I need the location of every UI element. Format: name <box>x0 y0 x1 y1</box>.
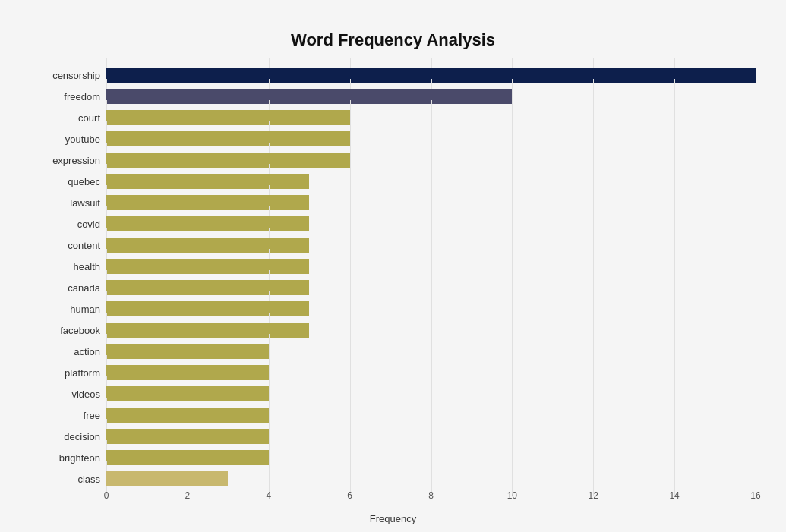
chart-title: Word Frequency Analysis <box>30 30 756 50</box>
bar-label: censorship <box>30 70 106 81</box>
x-axis: 0246810121416 <box>106 490 756 508</box>
x-tick: 2 <box>185 490 191 501</box>
bar-row: human <box>30 299 756 319</box>
bar-label: facebook <box>30 325 106 336</box>
bar-wrapper <box>106 174 756 189</box>
bar <box>106 153 350 168</box>
bar-row: court <box>30 108 756 127</box>
bar-wrapper <box>106 471 756 486</box>
bar-wrapper <box>106 429 756 444</box>
bar-wrapper <box>106 238 756 253</box>
bar <box>106 280 309 295</box>
bar-row: brighteon <box>30 448 756 467</box>
bar-row: freedom <box>30 87 756 106</box>
bar-row: decision <box>30 427 756 446</box>
bar-label: youtube <box>30 134 106 145</box>
bar-wrapper <box>106 195 756 210</box>
x-tick: 12 <box>589 490 598 501</box>
x-tick: 6 <box>347 490 352 501</box>
bar-label: human <box>30 304 106 315</box>
bar-row: covid <box>30 214 756 234</box>
chart-area: censorshipfreedomcourtyoutubeexpressionq… <box>30 65 756 524</box>
bar <box>106 450 269 465</box>
bar <box>106 408 269 423</box>
chart-container: Word Frequency Analysis censorshipfreedo… <box>15 15 771 532</box>
bar-wrapper <box>106 131 756 146</box>
bar-wrapper <box>106 216 756 231</box>
bar-label: health <box>30 261 106 272</box>
bar-row: platform <box>30 363 756 382</box>
bar <box>106 259 309 274</box>
bar-row: content <box>30 235 756 255</box>
bar <box>106 174 309 189</box>
bar-wrapper <box>106 280 756 295</box>
bar-row: canada <box>30 278 756 297</box>
bar <box>106 110 350 125</box>
bar-label: platform <box>30 367 106 379</box>
bar-label: decision <box>30 431 106 442</box>
x-tick: 14 <box>669 490 679 501</box>
bar-label: covid <box>30 219 106 230</box>
x-tick: 8 <box>428 490 434 501</box>
bars-section: censorshipfreedomcourtyoutubeexpressionq… <box>30 65 756 490</box>
bar-wrapper <box>106 153 756 168</box>
bar <box>106 301 309 316</box>
bar <box>106 386 269 401</box>
bar <box>106 89 512 104</box>
bar-wrapper <box>106 68 756 83</box>
bar-label: lawsuit <box>30 197 106 209</box>
x-tick: 4 <box>266 490 271 501</box>
bar <box>106 131 350 146</box>
bar <box>106 365 269 380</box>
bar <box>106 344 269 359</box>
bar-row: videos <box>30 384 756 404</box>
bar-label: court <box>30 112 106 124</box>
bar-row: health <box>30 257 756 276</box>
bar <box>106 68 756 83</box>
x-tick: 16 <box>750 490 760 501</box>
bar-row: action <box>30 342 756 361</box>
bar-label: quebec <box>30 176 106 187</box>
bar-wrapper <box>106 408 756 423</box>
bar-wrapper <box>106 110 756 125</box>
bar-row: censorship <box>30 65 756 85</box>
bar-row: youtube <box>30 129 756 149</box>
bar-label: content <box>30 240 106 251</box>
bar-row: free <box>30 405 756 425</box>
bar <box>106 429 269 444</box>
bar-row: expression <box>30 150 756 170</box>
bar-label: videos <box>30 389 106 400</box>
bar <box>106 323 309 338</box>
x-tick: 0 <box>104 490 109 501</box>
bar-wrapper <box>106 301 756 316</box>
bar-wrapper <box>106 450 756 465</box>
bar-row: facebook <box>30 320 756 340</box>
bar-wrapper <box>106 323 756 338</box>
bar-wrapper <box>106 259 756 274</box>
bar-row: quebec <box>30 172 756 191</box>
bar-label: brighteon <box>30 452 106 464</box>
bar <box>106 238 309 253</box>
bar-label: expression <box>30 155 106 166</box>
bar <box>106 195 309 210</box>
bar-wrapper <box>106 386 756 401</box>
bar-label: freedom <box>30 91 106 102</box>
bar-row: lawsuit <box>30 193 756 212</box>
bar-label: free <box>30 410 106 421</box>
x-axis-label: Frequency <box>30 513 756 524</box>
x-tick: 10 <box>507 490 517 501</box>
bar <box>106 216 309 231</box>
bar-wrapper <box>106 344 756 359</box>
bar-label: canada <box>30 282 106 294</box>
bar-wrapper <box>106 89 756 104</box>
bar <box>106 471 228 486</box>
bar-label: action <box>30 346 106 357</box>
bar-row: class <box>30 469 756 489</box>
bar-label: class <box>30 474 106 485</box>
bar-wrapper <box>106 365 756 380</box>
